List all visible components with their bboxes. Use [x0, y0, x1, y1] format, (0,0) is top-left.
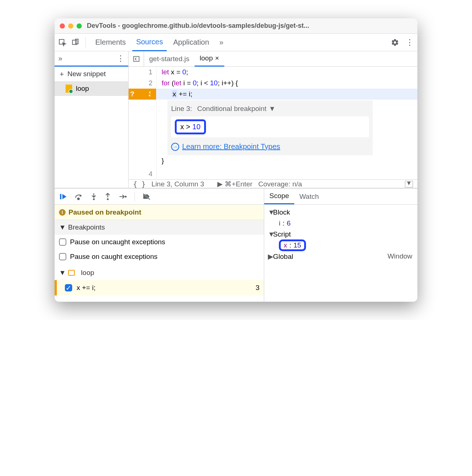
- tab-sources[interactable]: Sources: [132, 34, 166, 51]
- plus-icon: ＋: [58, 69, 65, 79]
- bp-line-label: Line 3:: [171, 105, 192, 113]
- pause-caught-checkbox[interactable]: Pause on caught exceptions: [59, 249, 259, 264]
- sidebar-overflow-icon[interactable]: »: [58, 54, 62, 63]
- file-item-loop[interactable]: loop: [55, 81, 128, 96]
- step-into-icon[interactable]: [91, 193, 97, 201]
- step-out-icon[interactable]: [104, 193, 111, 201]
- gutter-line-3-breakpoint[interactable]: ?3: [129, 89, 156, 100]
- settings-icon[interactable]: [391, 38, 399, 47]
- gutter-line-2[interactable]: 2: [129, 78, 156, 89]
- snippet-icon: [68, 270, 75, 276]
- svg-point-6: [93, 198, 95, 200]
- learn-more-link[interactable]: Learn more: Breakpoint Types: [182, 142, 280, 151]
- editor-tab-get-started[interactable]: get-started.js: [144, 51, 195, 67]
- scope-tree: ▼Block i: 6 ▼Script x: 15 ▶GlobalWindow: [264, 205, 417, 264]
- minimize-window-icon[interactable]: [68, 23, 73, 29]
- tab-elements[interactable]: Elements: [92, 34, 129, 51]
- pause-uncaught-checkbox[interactable]: Pause on uncaught exceptions: [59, 235, 259, 249]
- window-titlebar: DevTools - googlechrome.github.io/devtoo…: [55, 18, 417, 34]
- execution-controls: [55, 189, 264, 205]
- devtools-toolbar: Elements Sources Application » ⋮: [55, 34, 417, 51]
- close-tab-icon[interactable]: ×: [215, 54, 219, 62]
- breakpoints-section-header[interactable]: ▼Breakpoints: [55, 220, 264, 235]
- chevron-down-icon: ▼: [59, 223, 66, 231]
- step-over-icon[interactable]: [74, 193, 83, 201]
- new-snippet-button[interactable]: ＋ New snippet: [55, 67, 128, 81]
- scope-script[interactable]: ▼Script: [268, 229, 414, 240]
- bp-line-number: 3: [255, 284, 259, 292]
- svg-point-7: [107, 198, 109, 200]
- scope-block[interactable]: ▼Block: [268, 207, 414, 218]
- breakpoint-editor-popup: Line 3: Conditional breakpoint ▼ x > 10 …: [167, 100, 373, 155]
- coverage-label: Coverage: n/a: [258, 180, 302, 188]
- scope-global[interactable]: ▶GlobalWindow: [268, 251, 414, 262]
- editor-tab-loop[interactable]: loop ×: [195, 51, 224, 67]
- info-icon: i: [59, 209, 66, 216]
- code-editor[interactable]: 1 2 ?3 4 let x = 0; for (let i = 0; i < …: [129, 67, 417, 179]
- bp-entry[interactable]: ✓x += i; 3: [55, 280, 264, 295]
- scope-var-x: x: 15: [268, 240, 414, 251]
- bp-enabled-checkbox[interactable]: ✓: [65, 284, 72, 291]
- arrow-circle-icon: →: [171, 143, 179, 151]
- drawer-toggle-icon[interactable]: ▾: [405, 181, 413, 187]
- run-snippet-button[interactable]: ▶ ⌘+Enter: [217, 180, 252, 188]
- step-icon[interactable]: [118, 193, 127, 201]
- editor-statusbar: { } Line 3, Column 3 ▶ ⌘+Enter Coverage:…: [129, 179, 417, 188]
- cursor-position: Line 3, Column 3: [151, 180, 204, 188]
- sources-sidebar: » ⋮ ＋ New snippet loop: [55, 51, 129, 188]
- pretty-print-icon[interactable]: { }: [133, 180, 145, 188]
- chevron-down-icon: ▼: [269, 105, 276, 113]
- bp-file-header[interactable]: ▼ loop: [55, 265, 264, 280]
- tabs-overflow[interactable]: »: [216, 34, 227, 51]
- svg-point-8: [125, 196, 127, 197]
- tab-application[interactable]: Application: [170, 34, 213, 51]
- code-line-3: x += i;: [156, 89, 417, 100]
- code-line-4: }: [156, 155, 417, 166]
- svg-point-5: [78, 198, 80, 200]
- tab-scope[interactable]: Scope: [264, 189, 294, 204]
- scope-var-i: i: 6: [268, 218, 414, 229]
- snippet-file-icon: [66, 85, 72, 93]
- gutter-line-4[interactable]: 4: [129, 168, 156, 179]
- chevron-down-icon: ▼: [59, 269, 66, 277]
- gutter-line-1[interactable]: 1: [129, 67, 156, 78]
- window-title: DevTools - googlechrome.github.io/devtoo…: [87, 22, 309, 30]
- svg-rect-3: [133, 56, 139, 61]
- paused-banner: i Paused on breakpoint: [55, 205, 264, 220]
- tab-watch[interactable]: Watch: [294, 189, 324, 204]
- device-toggle-icon[interactable]: [71, 38, 80, 47]
- resume-icon[interactable]: [59, 193, 67, 201]
- kebab-menu-icon[interactable]: ⋮: [406, 38, 414, 47]
- bp-condition-input[interactable]: x > 10: [171, 116, 369, 137]
- svg-rect-4: [60, 194, 62, 199]
- editor-navigate-icon[interactable]: [129, 51, 144, 67]
- bp-type-dropdown[interactable]: Conditional breakpoint ▼: [197, 105, 276, 113]
- close-window-icon[interactable]: [60, 23, 65, 29]
- maximize-window-icon[interactable]: [77, 23, 82, 29]
- code-line-2: for (let i = 0; i < 10; i++) {: [156, 78, 417, 89]
- deactivate-breakpoints-icon[interactable]: [142, 193, 151, 201]
- sidebar-menu-icon[interactable]: ⋮: [117, 54, 125, 63]
- code-line-1: let x = 0;: [156, 67, 417, 78]
- inspect-icon[interactable]: [58, 38, 66, 47]
